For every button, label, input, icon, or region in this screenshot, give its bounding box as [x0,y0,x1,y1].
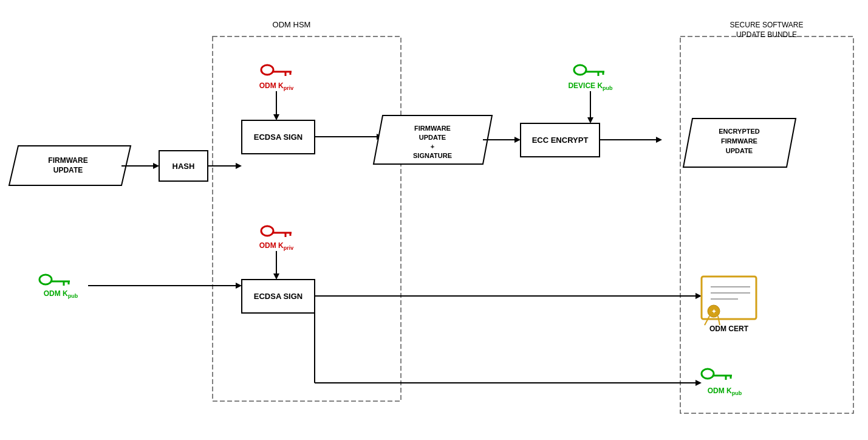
odm-kpriv-bottom-icon [261,226,292,237]
odm-kpub-bottom-icon [702,369,732,380]
svg-point-0 [261,65,273,75]
odm-hsm-box [213,36,401,401]
ecdsa-sign-top-label: ECDSA SIGN [254,132,302,142]
arrowhead-fw-to-hash [153,163,159,169]
arrowhead-kpriv-bottom [273,273,279,280]
svg-point-12 [261,226,273,236]
arrowhead-devkpub [587,117,593,123]
arrowhead-kpriv-top [273,114,279,120]
secure-bundle-box [680,36,853,413]
ecc-encrypt-label: ECC ENCRYPT [532,136,589,145]
odm-kpriv-top-icon [261,65,292,76]
firmware-update-label-line1: FIRMWARE [48,156,87,165]
firmware-update-label-line2: UPDATE [53,166,83,174]
fw-sig-label4: SIGNATURE [413,152,452,159]
odm-kpub-bottom-label: ODM Kpub [708,387,742,396]
arrowhead-hash-to-ecdsa1 [236,163,242,169]
odm-kpriv-bottom-label: ODM Kpriv [259,241,294,251]
svg-point-16 [702,369,714,379]
odm-kpub-left-label: ODM Kpub [44,289,78,299]
arrowhead-fwsig-to-ecc [514,137,521,143]
encrypted-fw-label3: UPDATE [726,147,753,154]
ecdsa-sign-bottom-label: ECDSA SIGN [254,292,302,301]
device-kpub-label: DEVICE Kpub [568,81,613,91]
odm-kpub-left-icon [39,275,70,286]
diagram-container: ODM HSM SECURE SOFTWARE UPDATE BUNDLE FI… [0,0,868,440]
svg-point-4 [574,65,586,75]
secure-bundle-label-line1: SECURE SOFTWARE [730,21,804,29]
fw-sig-label2: UPDATE [419,134,446,141]
encrypted-fw-label2: FIRMWARE [721,137,757,145]
secure-bundle-label-line2: UPDATE BUNDLE [736,30,797,39]
odm-cert-label: ODM CERT [709,325,749,333]
arrowhead-ecc-to-encrypted [656,137,662,143]
cert-seal-ribbon: ✦ [711,308,717,315]
fw-sig-label1: FIRMWARE [414,125,451,132]
arrowhead-bottom-odmkpub [695,380,702,386]
fw-sig-label3: + [431,143,434,150]
odm-kpriv-top-label: ODM Kpriv [259,81,294,91]
encrypted-fw-label1: ENCRYPTED [719,128,759,135]
svg-point-8 [39,275,52,284]
arrowhead-kpub-to-ecdsa2 [236,283,242,289]
device-kpub-icon [574,65,604,76]
odm-hsm-label: ODM HSM [273,20,311,29]
hash-label: HASH [173,162,195,171]
